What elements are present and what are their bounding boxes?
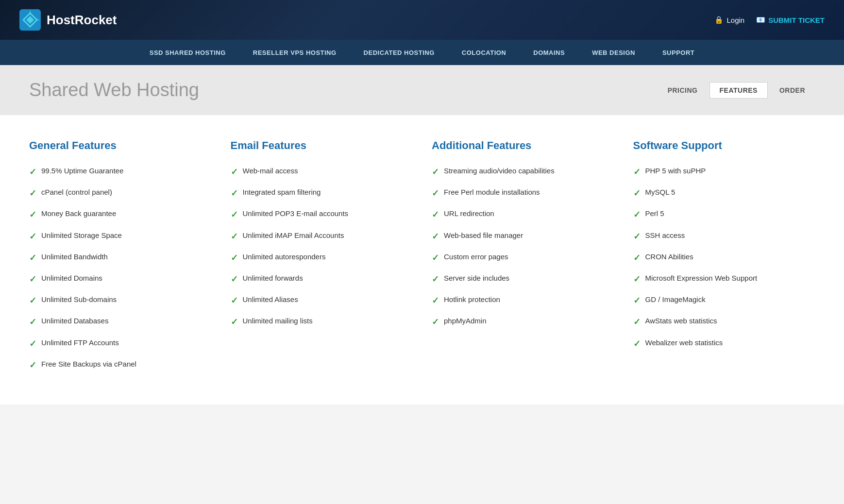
login-link[interactable]: 🔒 Login bbox=[714, 16, 744, 24]
feature-item-label: Money Back guarantee bbox=[41, 208, 116, 218]
list-item: ✓Unlimited Bandwidth bbox=[29, 252, 211, 264]
list-item: ✓Free Perl module installations bbox=[432, 187, 614, 200]
feature-list-0: ✓99.5% Uptime Guarantee✓cPanel (control … bbox=[29, 166, 211, 371]
check-icon: ✓ bbox=[633, 231, 641, 243]
submit-ticket-link[interactable]: 📧 SUBMIT TICKET bbox=[756, 16, 825, 24]
check-icon: ✓ bbox=[231, 231, 238, 243]
check-icon: ✓ bbox=[432, 187, 439, 200]
list-item: ✓Custom error pages bbox=[432, 252, 614, 264]
list-item: ✓PHP 5 with suPHP bbox=[633, 166, 815, 178]
check-icon: ✓ bbox=[29, 359, 36, 371]
feature-item-label: cPanel (control panel) bbox=[41, 187, 112, 197]
feature-item-label: Free Site Backups via cPanel bbox=[41, 359, 136, 369]
check-icon: ✓ bbox=[633, 316, 641, 328]
feature-item-label: Unlimited Databases bbox=[41, 316, 108, 326]
feature-item-label: Integrated spam filtering bbox=[243, 187, 321, 197]
check-icon: ✓ bbox=[231, 252, 238, 264]
feature-column-0: General Features✓99.5% Uptime Guarantee✓… bbox=[29, 139, 211, 380]
list-item: ✓Unlimited Storage Space bbox=[29, 230, 211, 243]
feature-item-label: SSH access bbox=[645, 230, 685, 240]
feature-item-label: 99.5% Uptime Guarantee bbox=[41, 166, 123, 176]
nav-dedicated-hosting[interactable]: DEDICATED HOSTING bbox=[350, 40, 448, 65]
check-icon: ✓ bbox=[432, 209, 439, 221]
feature-item-label: Webalizer web statistics bbox=[645, 337, 723, 348]
list-item: ✓Unlimited Sub-domains bbox=[29, 294, 211, 307]
tab-order[interactable]: ORDER bbox=[770, 83, 815, 98]
list-item: ✓GD / ImageMagick bbox=[633, 294, 815, 307]
feature-item-label: Microsoft Expression Web Support bbox=[645, 273, 758, 283]
feature-item-label: Unlimited Sub-domains bbox=[41, 294, 117, 304]
list-item: ✓Microsoft Expression Web Support bbox=[633, 273, 815, 286]
nav-ssd-shared-hosting[interactable]: SSD SHARED HOSTING bbox=[136, 40, 239, 65]
list-item: ✓CRON Abilities bbox=[633, 252, 815, 264]
list-item: ✓Free Site Backups via cPanel bbox=[29, 359, 211, 371]
list-item: ✓Hotlink protection bbox=[432, 294, 614, 307]
tab-features[interactable]: FEATURES bbox=[709, 82, 768, 99]
check-icon: ✓ bbox=[29, 166, 36, 178]
feature-item-label: URL redirection bbox=[444, 208, 494, 218]
header: HostRocket 🔒 Login 📧 SUBMIT TICKET bbox=[0, 0, 844, 40]
nav-web-design[interactable]: WEB DESIGN bbox=[578, 40, 649, 65]
list-item: ✓Unlimited Aliases bbox=[231, 294, 413, 307]
list-item: ✓Webalizer web statistics bbox=[633, 337, 815, 350]
list-item: ✓99.5% Uptime Guarantee bbox=[29, 166, 211, 178]
nav-domains[interactable]: DOMAINS bbox=[520, 40, 578, 65]
check-icon: ✓ bbox=[29, 295, 36, 307]
check-icon: ✓ bbox=[633, 338, 641, 350]
list-item: ✓phpMyAdmin bbox=[432, 316, 614, 328]
feature-item-label: Unlimited autoresponders bbox=[243, 252, 326, 262]
list-item: ✓Unlimited FTP Accounts bbox=[29, 337, 211, 350]
check-icon: ✓ bbox=[432, 252, 439, 264]
check-icon: ✓ bbox=[231, 209, 238, 221]
feature-item-label: Custom error pages bbox=[444, 252, 508, 262]
tab-pricing[interactable]: PRICING bbox=[658, 83, 708, 98]
feature-item-label: Unlimited iMAP Email Accounts bbox=[243, 230, 344, 240]
check-icon: ✓ bbox=[432, 295, 439, 307]
feature-item-label: Unlimited Bandwidth bbox=[41, 252, 108, 262]
check-icon: ✓ bbox=[231, 187, 238, 200]
list-item: ✓cPanel (control panel) bbox=[29, 187, 211, 200]
feature-item-label: Server side includes bbox=[444, 273, 509, 283]
feature-list-3: ✓PHP 5 with suPHP✓MySQL 5✓Perl 5✓SSH acc… bbox=[633, 166, 815, 350]
feature-item-label: Web-mail access bbox=[243, 166, 298, 176]
check-icon: ✓ bbox=[29, 209, 36, 221]
check-icon: ✓ bbox=[432, 231, 439, 243]
feature-column-2: Additional Features✓Streaming audio/vide… bbox=[432, 139, 614, 380]
feature-item-label: Unlimited POP3 E-mail accounts bbox=[243, 208, 349, 218]
list-item: ✓Web-based file manager bbox=[432, 230, 614, 243]
feature-item-label: Streaming audio/video capabilities bbox=[444, 166, 555, 176]
nav-reseller-vps-hosting[interactable]: RESELLER VPS HOSTING bbox=[239, 40, 350, 65]
check-icon: ✓ bbox=[633, 209, 641, 221]
list-item: ✓Unlimited iMAP Email Accounts bbox=[231, 230, 413, 243]
check-icon: ✓ bbox=[231, 166, 238, 178]
logo-text: HostRocket bbox=[47, 13, 117, 28]
feature-item-label: Web-based file manager bbox=[444, 230, 523, 240]
list-item: ✓Unlimited POP3 E-mail accounts bbox=[231, 208, 413, 221]
check-icon: ✓ bbox=[432, 166, 439, 178]
feature-item-label: AwStats web statistics bbox=[645, 316, 717, 326]
feature-item-label: Unlimited mailing lists bbox=[243, 316, 313, 326]
nav-colocation[interactable]: COLOCATION bbox=[448, 40, 520, 65]
feature-column-1: Email Features✓Web-mail access✓Integrate… bbox=[231, 139, 413, 380]
list-item: ✓Server side includes bbox=[432, 273, 614, 286]
page-header: Shared Web Hosting PRICING FEATURES ORDE… bbox=[0, 65, 844, 115]
check-icon: ✓ bbox=[231, 273, 238, 286]
page-title: Shared Web Hosting bbox=[29, 80, 199, 101]
feature-column-3: Software Support✓PHP 5 with suPHP✓MySQL … bbox=[633, 139, 815, 380]
list-item: ✓SSH access bbox=[633, 230, 815, 243]
check-icon: ✓ bbox=[432, 273, 439, 286]
check-icon: ✓ bbox=[633, 187, 641, 200]
check-icon: ✓ bbox=[432, 316, 439, 328]
list-item: ✓Money Back guarantee bbox=[29, 208, 211, 221]
logo-icon bbox=[19, 9, 41, 31]
list-item: ✓Unlimited autoresponders bbox=[231, 252, 413, 264]
header-actions: 🔒 Login 📧 SUBMIT TICKET bbox=[714, 16, 825, 24]
nav-support[interactable]: SUPPORT bbox=[649, 40, 708, 65]
check-icon: ✓ bbox=[29, 273, 36, 286]
check-icon: ✓ bbox=[29, 252, 36, 264]
check-icon: ✓ bbox=[29, 231, 36, 243]
ticket-icon: 📧 bbox=[756, 16, 765, 24]
feature-list-2: ✓Streaming audio/video capabilities✓Free… bbox=[432, 166, 614, 329]
feature-column-heading-2: Additional Features bbox=[432, 139, 614, 152]
page-tabs: PRICING FEATURES ORDER bbox=[658, 82, 815, 99]
